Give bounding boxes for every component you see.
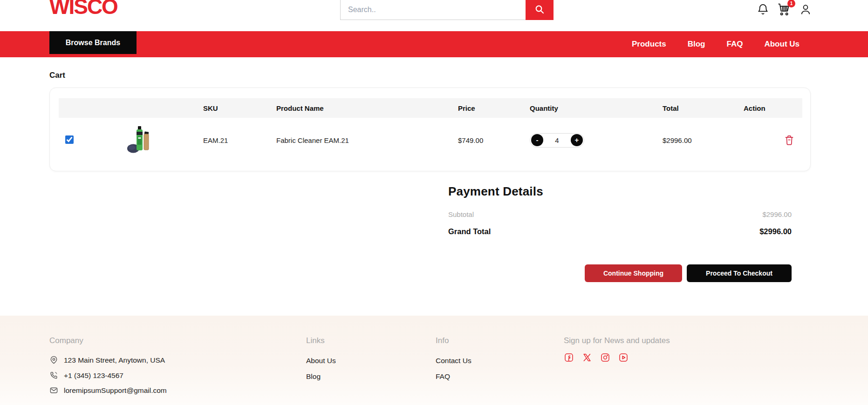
nav-link-faq[interactable]: FAQ <box>727 40 743 49</box>
quantity-stepper: - 4 + <box>530 133 584 148</box>
footer-link-contact-us[interactable]: Contact Us <box>436 357 472 365</box>
cart-table-row: EAM.21 Fabric Cleaner EAM.21 $749.00 - 4… <box>59 121 802 160</box>
x-twitter-icon[interactable] <box>582 353 592 362</box>
checkout-actions: Continue Shopping Proceed To Checkout <box>585 264 792 282</box>
product-image <box>127 125 203 155</box>
column-header-total: Total <box>663 104 744 112</box>
envelope-icon <box>49 386 58 395</box>
notifications-button[interactable] <box>757 3 769 16</box>
bell-icon <box>757 3 769 16</box>
social-icons <box>564 353 628 362</box>
column-header-price: Price <box>458 104 530 112</box>
page-title: Cart <box>49 71 65 80</box>
search-button[interactable] <box>526 0 554 20</box>
footer-phone-text: +1 (345) 123-4567 <box>64 371 123 380</box>
product-sku: EAM.21 <box>203 136 276 144</box>
grand-total-value: $2996.00 <box>759 227 792 236</box>
footer-address-text: 123 Main Street, Anytown, USA <box>64 356 165 364</box>
location-pin-icon <box>49 356 58 364</box>
product-total: $2996.00 <box>663 136 744 144</box>
nav-link-about-us[interactable]: About Us <box>764 40 800 49</box>
cart-table-card: SKU Product Name Price Quantity Total Ac… <box>49 88 811 171</box>
subtotal-value: $2996.00 <box>762 210 792 218</box>
column-header-quantity: Quantity <box>530 104 663 112</box>
cart-table-header: SKU Product Name Price Quantity Total Ac… <box>59 98 802 118</box>
footer-link-about-us[interactable]: About Us <box>306 357 336 365</box>
payment-details-title: Payment Details <box>448 184 543 199</box>
cart-badge: 1 <box>787 0 795 7</box>
footer-phone: +1 (345) 123-4567 <box>49 371 123 380</box>
footer-company-heading: Company <box>49 336 83 345</box>
quantity-increase-button[interactable]: + <box>571 134 583 146</box>
continue-shopping-button[interactable]: Continue Shopping <box>585 264 682 282</box>
footer-link-faq[interactable]: FAQ <box>436 372 450 381</box>
brand-logo[interactable]: WISCO <box>49 0 117 19</box>
quantity-decrease-button[interactable]: - <box>531 134 543 146</box>
top-header: WISCO <box>0 0 868 28</box>
nav-link-blog[interactable]: Blog <box>688 40 705 49</box>
page-footer: Company Links Info Sign up for News and … <box>0 316 868 405</box>
footer-newsletter-heading: Sign up for News and updates <box>564 336 670 345</box>
nav-links: Products Blog FAQ About Us <box>632 31 800 57</box>
footer-email: loremipsumSupport@gmail.com <box>49 386 167 395</box>
youtube-icon[interactable] <box>619 353 628 362</box>
column-header-action: Action <box>744 104 802 112</box>
account-button[interactable] <box>800 3 812 15</box>
search-icon <box>534 4 545 14</box>
column-header-product-name: Product Name <box>276 104 458 112</box>
quantity-value: 4 <box>555 136 559 144</box>
search-input[interactable] <box>340 0 526 20</box>
product-name: Fabric Cleaner EAM.21 <box>276 136 458 144</box>
facebook-icon[interactable] <box>564 353 574 362</box>
main-navbar: Browse Brands Products Blog FAQ About Us <box>0 31 868 57</box>
search-bar <box>340 0 554 20</box>
footer-links-heading: Links <box>306 336 325 345</box>
grand-total-label: Grand Total <box>448 227 491 236</box>
subtotal-row: Subtotal $2996.00 <box>448 210 792 218</box>
row-select-checkbox[interactable] <box>65 135 74 144</box>
browse-brands-button[interactable]: Browse Brands <box>49 31 137 54</box>
subtotal-label: Subtotal <box>448 210 474 218</box>
column-header-sku: SKU <box>203 104 276 112</box>
cart-button[interactable]: 1 <box>778 3 791 16</box>
phone-icon <box>49 371 58 380</box>
cart-page: WISCO <box>0 0 868 405</box>
remove-item-button[interactable] <box>785 135 794 146</box>
user-icon <box>800 3 812 15</box>
proceed-to-checkout-button[interactable]: Proceed To Checkout <box>687 264 792 282</box>
trash-icon <box>785 135 794 146</box>
nav-link-products[interactable]: Products <box>632 40 666 49</box>
footer-email-text: loremipsumSupport@gmail.com <box>64 386 167 395</box>
instagram-icon[interactable] <box>601 353 610 362</box>
product-price: $749.00 <box>458 136 530 144</box>
footer-info-heading: Info <box>436 336 449 345</box>
grand-total-row: Grand Total $2996.00 <box>448 227 792 236</box>
footer-address: 123 Main Street, Anytown, USA <box>49 356 165 364</box>
footer-link-blog[interactable]: Blog <box>306 372 321 381</box>
header-icons: 1 <box>757 0 812 19</box>
